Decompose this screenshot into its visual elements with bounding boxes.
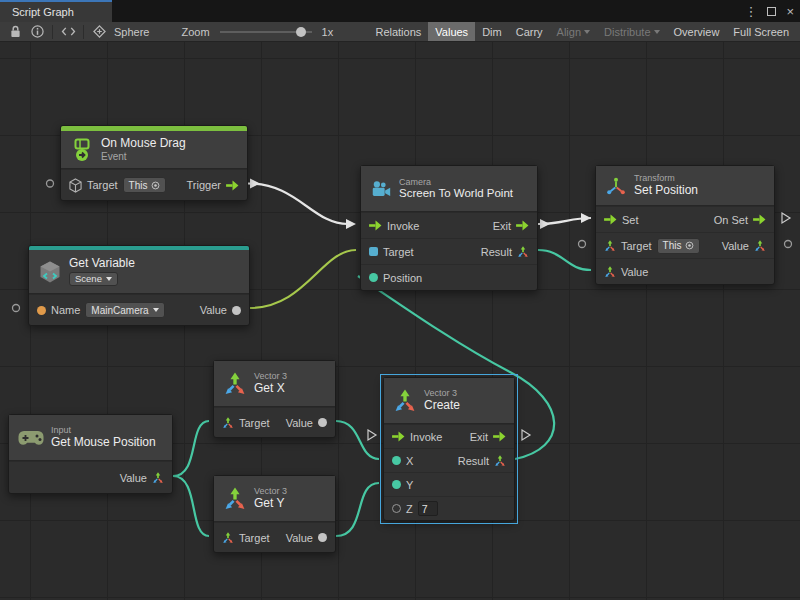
variable-name-dropdown[interactable]: MainCamera: [85, 302, 164, 318]
zoom-value: 1x: [322, 26, 334, 38]
vector3-icon: [393, 389, 417, 413]
node-get-mouse-position[interactable]: Input Get Mouse Position Value: [8, 414, 173, 494]
vector3-output-port[interactable]: [517, 246, 529, 258]
control-input-port[interactable]: [604, 214, 617, 225]
port-triangle[interactable]: [782, 213, 790, 223]
full-screen-button[interactable]: Full Screen: [726, 22, 796, 41]
node-get-variable[interactable]: Get Variable Scene Name MainCamera Value: [28, 245, 250, 326]
vector3-input-port[interactable]: [222, 417, 234, 429]
port-triangle[interactable]: [368, 430, 376, 440]
node-title: Get Variable: [69, 257, 135, 271]
port-circle[interactable]: [47, 180, 54, 187]
graph-canvas[interactable]: On Mouse Drag Event Target This Trigger: [0, 42, 800, 600]
node-on-mouse-drag[interactable]: On Mouse Drag Event Target This Trigger: [60, 125, 248, 201]
port-triangle[interactable]: [522, 430, 530, 440]
control-output-port[interactable]: [493, 431, 506, 442]
vector3-input-port[interactable]: [604, 266, 616, 278]
vector3-icon: [223, 487, 247, 511]
node-vector3-create[interactable]: Vector 3 Create Invoke Exit X Result: [383, 377, 515, 521]
tab-script-graph[interactable]: Script Graph: [0, 0, 112, 22]
node-screen-to-world-point[interactable]: Camera Screen To World Point Invoke Exit…: [360, 165, 538, 291]
float-output-port[interactable]: [318, 533, 327, 542]
relations-button[interactable]: Relations: [368, 22, 428, 41]
maximize-icon[interactable]: [767, 7, 776, 16]
port-label-y: Y: [406, 479, 413, 491]
node-subtitle: Event: [101, 151, 186, 163]
object-picker-icon[interactable]: [151, 181, 160, 190]
node-title: Get Mouse Position: [51, 436, 156, 450]
control-output-port[interactable]: [516, 220, 529, 231]
crosshair-icon[interactable]: [91, 24, 107, 40]
port-circle[interactable]: [579, 241, 586, 248]
kebab-menu-icon[interactable]: ⋮: [744, 5, 757, 18]
wire-maincamera-to-target[interactable]: [250, 250, 356, 308]
port-label-set: Set: [622, 214, 639, 226]
port-label-target: Target: [621, 240, 652, 252]
float-output-port[interactable]: [318, 418, 327, 427]
info-icon[interactable]: [29, 24, 45, 40]
control-input-port[interactable]: [369, 220, 382, 231]
transform-input-port[interactable]: [604, 240, 616, 252]
this-object-chip[interactable]: This: [123, 177, 167, 193]
wire-gety-to-create-y[interactable]: [336, 483, 379, 536]
port-circle[interactable]: [13, 305, 20, 312]
selection-label: Sphere: [114, 26, 149, 38]
close-icon[interactable]: ×: [786, 5, 794, 18]
port-label-z: Z: [406, 503, 413, 515]
values-button[interactable]: Values: [428, 22, 475, 41]
vector3-output-port[interactable]: [494, 455, 506, 467]
zoom-slider-handle[interactable]: [296, 27, 306, 37]
tab-bar: Script Graph ⋮ ×: [0, 0, 800, 22]
wire-mouse-to-gety[interactable]: [173, 476, 209, 536]
mouse-drag-event-icon: [70, 138, 94, 162]
port-label-value: Value: [120, 472, 147, 484]
port-label-value: Value: [286, 532, 313, 544]
object-picker-icon[interactable]: [685, 241, 694, 250]
code-icon[interactable]: [60, 24, 76, 40]
port-label-target: Target: [239, 532, 270, 544]
wire-getx-to-create-x[interactable]: [336, 421, 379, 459]
align-button[interactable]: Align: [550, 22, 597, 41]
wire-result-to-setposition-value[interactable]: [538, 250, 591, 270]
distribute-button[interactable]: Distribute: [597, 22, 666, 41]
control-output-port[interactable]: [226, 180, 239, 191]
vector3-icon: [223, 372, 247, 396]
overview-button[interactable]: Overview: [667, 22, 727, 41]
wire-arrow-icon: [250, 179, 260, 189]
node-get-y[interactable]: Vector 3 Get Y Target Value: [213, 475, 336, 553]
vector3-input-port[interactable]: [222, 532, 234, 544]
float-input-port[interactable]: [392, 480, 401, 489]
lock-icon[interactable]: [7, 24, 23, 40]
toolbar-buttons: Relations Values Dim Carry Align Distrib…: [368, 22, 796, 41]
string-input-port[interactable]: [37, 306, 46, 315]
zoom-slider[interactable]: [220, 26, 312, 38]
node-get-x[interactable]: Vector 3 Get X Target Value: [213, 360, 336, 438]
carry-button[interactable]: Carry: [509, 22, 550, 41]
control-input-port[interactable]: [392, 431, 405, 442]
port-circle[interactable]: [785, 241, 792, 248]
script-graph-window: Script Graph ⋮ × Sphere Zoom 1x Relation…: [0, 0, 800, 600]
wire-trigger-to-invoke[interactable]: [248, 184, 348, 225]
variable-kind-dropdown[interactable]: Scene: [69, 272, 118, 286]
value-output-port[interactable]: [232, 306, 241, 315]
port-label-invoke: Invoke: [410, 431, 442, 443]
gamepad-icon: [18, 429, 44, 447]
float-input-port[interactable]: [392, 456, 401, 465]
this-object-chip[interactable]: This: [657, 238, 701, 254]
port-label-trigger: Trigger: [187, 179, 221, 191]
node-set-position[interactable]: Transform Set Position Set On Set Target…: [595, 165, 775, 285]
control-output-port[interactable]: [753, 214, 766, 225]
wire-arrow-icon: [581, 213, 591, 223]
vector3-output-port[interactable]: [152, 472, 164, 484]
node-category: Camera: [399, 177, 513, 187]
port-label-value: Value: [286, 417, 313, 429]
z-value-field[interactable]: [418, 501, 438, 516]
cube-icon: [69, 178, 82, 193]
dim-button[interactable]: Dim: [475, 22, 509, 41]
vector3-input-port[interactable]: [369, 273, 378, 282]
float-input-port[interactable]: [392, 504, 401, 513]
camera-input-port[interactable]: [369, 247, 378, 256]
node-title: Create: [424, 399, 460, 413]
vector3-output-port[interactable]: [754, 240, 766, 252]
wire-mouse-to-getx[interactable]: [173, 421, 209, 476]
